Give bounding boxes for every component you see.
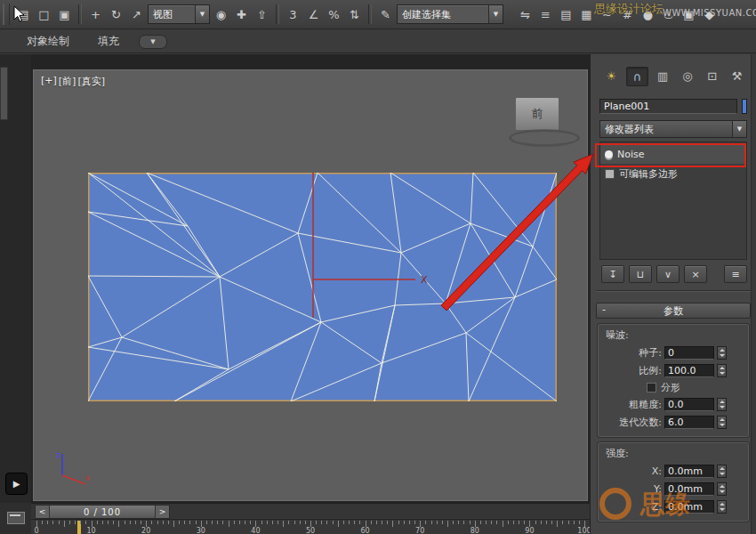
tab-display[interactable]: ⊡ [702, 67, 722, 85]
graphite-ribbon-icon[interactable]: ▦ [576, 4, 597, 25]
ruler-tick [151, 521, 152, 524]
viewport-menu-pov[interactable]: [前] [59, 75, 76, 88]
ruler-tick-label: 10 [87, 527, 96, 534]
chevron-down-icon[interactable]: ▼ [488, 5, 503, 23]
ruler-tick [300, 521, 301, 524]
keyboard-override-icon[interactable]: ⇧ [252, 4, 272, 25]
roughness-spinner[interactable] [717, 398, 727, 411]
tab-motion[interactable]: ◎ [677, 67, 697, 85]
modifier-stack-item-editable-poly[interactable]: 可编辑多边形 [600, 164, 746, 183]
strength-y-field[interactable] [664, 482, 714, 496]
iterations-field[interactable] [664, 416, 714, 429]
front-viewport[interactable]: [+] [前] [真实] 前 X z x [33, 69, 588, 501]
object-color-swatch[interactable] [742, 99, 747, 114]
select-and-move-icon[interactable]: + [85, 4, 106, 25]
parameters-rollout-header[interactable]: - 参数 [596, 303, 751, 319]
track-bar[interactable]: 0102030405060708090100 [31, 519, 590, 534]
edit-named-selection-sets-icon[interactable]: ✎ [375, 4, 396, 25]
select-and-scale-icon[interactable]: ↗ [126, 4, 147, 25]
strength-z-field[interactable] [664, 500, 714, 514]
remove-modifier-button[interactable]: × [684, 265, 707, 283]
strength-x-field[interactable] [664, 465, 714, 478]
spinner-snap-icon[interactable]: ⇅ [344, 4, 365, 25]
fractal-row: 分形 [599, 379, 748, 395]
tab-hierarchy[interactable]: ▥ [653, 67, 673, 85]
tab-create[interactable]: ☀ [601, 67, 622, 85]
snap-toggle-3d-icon[interactable]: 3 [283, 4, 303, 25]
ribbon-tab-populate[interactable]: 填充 [84, 30, 133, 53]
fractal-checkbox[interactable] [647, 383, 656, 392]
render-production-icon[interactable]: ◆ [699, 4, 720, 25]
scene-explorer-flyout-button[interactable]: ▶ [5, 473, 28, 495]
tab-utilities[interactable]: ⚒ [727, 67, 747, 85]
mini-listener-icon[interactable] [7, 512, 25, 524]
time-slider-track[interactable]: < 0 / 100 > [31, 503, 590, 518]
time-slider-handle[interactable]: < 0 / 100 > [35, 505, 170, 519]
strength-y-spinner[interactable] [717, 482, 727, 496]
graphite-ribbon-tabs: 对象绘制 填充 ▼ [0, 30, 756, 53]
align-icon[interactable]: ≡ [535, 4, 556, 25]
seed-spinner[interactable] [717, 346, 727, 360]
selection-region-icon[interactable]: □ [34, 4, 54, 25]
ruler-tick [491, 521, 492, 524]
show-end-result-button[interactable]: ⊔ [629, 265, 652, 283]
scale-spinner[interactable] [717, 364, 727, 377]
modifier-list-dropdown[interactable]: 修改器列表 ▼ [599, 120, 747, 138]
iterations-spinner[interactable] [717, 416, 727, 429]
ruler-tick [316, 521, 317, 524]
ruler-tick [442, 521, 443, 524]
reference-coordsys-dropdown[interactable]: 视图 ▼ [148, 4, 210, 24]
tab-modify[interactable]: ∩ [626, 67, 648, 86]
ruler-tick [574, 521, 575, 524]
seed-field[interactable] [664, 346, 714, 360]
ribbon-minimize-button[interactable]: ▼ [139, 35, 167, 49]
schematic-view-icon[interactable]: # [617, 4, 638, 25]
viewcube[interactable]: 前 [515, 97, 559, 131]
ruler-tick [579, 521, 580, 524]
curve-editor-icon[interactable]: ~ [597, 4, 617, 25]
chevron-down-icon[interactable]: ▼ [195, 5, 209, 23]
viewport-region: ▶ [+] [前] [真实] 前 X z x [0, 54, 590, 503]
pin-stack-button[interactable]: ↧ [601, 265, 624, 283]
material-editor-icon[interactable]: ● [638, 4, 658, 25]
modifier-stack-item-noise[interactable]: Noise [600, 144, 746, 164]
noise-group: 噪波: 种子: 比例: 分形 粗糙度: 迭代次数: [598, 324, 749, 437]
next-frame-button[interactable]: > [155, 506, 169, 518]
modifier-stack-item-label: 可编辑多边形 [619, 167, 678, 181]
ruler-tick-label: 30 [197, 527, 205, 534]
scale-field[interactable] [664, 364, 714, 377]
viewport-tab-handle[interactable] [0, 67, 8, 120]
toolbar-drag-handle[interactable] [3, 4, 10, 25]
rollout-collapse-icon[interactable]: - [602, 303, 606, 315]
viewport-menu-general[interactable]: [+] [41, 75, 57, 88]
window-crossing-icon[interactable]: ▣ [54, 4, 75, 25]
select-and-manipulate-icon[interactable]: ✚ [231, 4, 252, 25]
use-pivot-center-icon[interactable]: ◉ [211, 4, 231, 25]
object-name-field[interactable] [599, 99, 737, 114]
ruler-tick [294, 521, 295, 524]
scene-explorer-icon[interactable]: ▤ [13, 4, 34, 25]
strength-x-spinner[interactable] [717, 465, 727, 478]
angle-snap-icon[interactable]: ∠ [303, 4, 324, 25]
rendered-frame-icon[interactable]: ▣ [679, 4, 699, 25]
ruler-tick-label: 0 [34, 527, 38, 534]
viewport-menu-shading[interactable]: [真实] [77, 75, 105, 88]
panel-scrollbar[interactable] [751, 54, 756, 534]
make-unique-button[interactable]: ∨ [656, 265, 680, 283]
ribbon-tab-object-paint[interactable]: 对象绘制 [12, 30, 84, 53]
chevron-down-icon[interactable]: ▼ [732, 121, 746, 137]
ruler-tick [250, 521, 251, 524]
previous-frame-button[interactable]: < [36, 506, 50, 518]
named-selection-set-dropdown[interactable]: 创建选择集 ▼ [397, 4, 503, 24]
mirror-icon[interactable]: ⇋ [515, 4, 535, 25]
render-setup-icon[interactable]: ♨ [658, 4, 679, 25]
layer-manager-icon[interactable]: ▤ [556, 4, 576, 25]
strength-z-spinner[interactable] [717, 500, 727, 514]
percent-snap-icon[interactable]: % [324, 4, 344, 25]
ruler-tick-label: 50 [306, 527, 315, 534]
select-and-rotate-icon[interactable]: ↻ [106, 4, 126, 25]
roughness-field[interactable] [664, 398, 714, 411]
configure-modifier-sets-button[interactable]: ≡ [724, 265, 747, 283]
plane-object[interactable]: X [88, 173, 557, 401]
modifier-on-off-bulb-icon[interactable] [605, 150, 613, 158]
